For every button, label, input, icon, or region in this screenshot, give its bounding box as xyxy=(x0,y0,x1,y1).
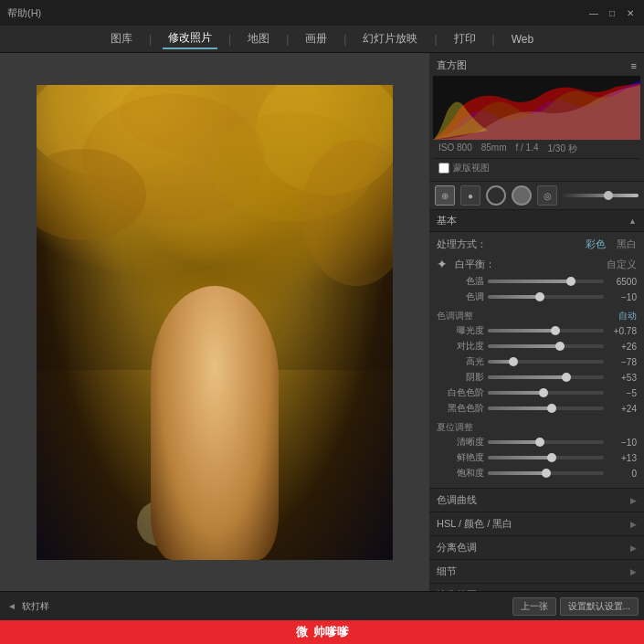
slider-thumb-exposure[interactable] xyxy=(551,326,560,335)
menu-develop[interactable]: 修改照片 xyxy=(163,28,217,49)
slider-label-tint: 色调 xyxy=(437,290,484,303)
tone-curve-section[interactable]: 色调曲线 ▶ xyxy=(429,489,644,512)
svg-point-11 xyxy=(180,339,249,416)
slider-track-whites[interactable] xyxy=(488,391,604,395)
prev-button[interactable]: 上一张 xyxy=(512,597,556,616)
slider-value-saturation: 0 xyxy=(607,469,637,479)
wb-preset[interactable]: 自定义 xyxy=(607,258,637,271)
slider-value-exposure: +0.78 xyxy=(607,326,637,336)
mask-row: 蒙版视图 xyxy=(433,159,640,177)
slider-track-blacks[interactable] xyxy=(488,406,604,410)
slider-thumb-tint[interactable] xyxy=(535,292,544,301)
radial-tool[interactable]: ◎ xyxy=(537,185,557,206)
detail-label: 细节 xyxy=(437,565,457,578)
settings-button[interactable]: 设置默认设置... xyxy=(560,597,639,616)
histogram-header: 直方图 ≡ xyxy=(433,57,640,74)
slider-thumb-highlights[interactable] xyxy=(509,357,518,366)
menu-bar: 图库 | 修改照片 | 地图 | 画册 | 幻灯片放映 | 打印 | Web xyxy=(0,26,644,53)
shutter-value: 1/30 秒 xyxy=(548,143,577,155)
process-bw[interactable]: 黑白 xyxy=(617,238,637,251)
crop-tool[interactable]: ⊕ xyxy=(435,185,455,206)
slider-track-exposure[interactable] xyxy=(488,329,604,333)
menu-library[interactable]: 图库 xyxy=(105,29,138,48)
hsl-section[interactable]: HSL / 颜色 / 黑白 ▶ xyxy=(429,512,644,536)
tools-row: ⊕ ● ◎ xyxy=(429,182,644,210)
slider-thumb-clarity[interactable] xyxy=(535,438,544,447)
basic-section-header[interactable]: 基本 ▲ xyxy=(429,210,644,232)
slider-thumb-vibrance[interactable] xyxy=(547,453,556,462)
redeye-tool[interactable] xyxy=(486,185,506,206)
weibo-username[interactable]: 帅嗲嗲 xyxy=(313,624,349,640)
slider-fill-temp xyxy=(488,280,571,283)
slider-row-temp: 色温 6500 xyxy=(437,275,637,288)
nav-left-arrow[interactable]: ◄ xyxy=(7,601,16,611)
menu-sep-4: | xyxy=(343,33,346,46)
main-bottom: ◄ 软打样 上一张 设置默认设置... xyxy=(0,591,644,620)
menu-map[interactable]: 地图 xyxy=(242,29,275,48)
tone-thumb[interactable] xyxy=(604,191,613,200)
weibo-bar: 微 帅嗲嗲 xyxy=(0,620,644,644)
slider-track-contrast[interactable] xyxy=(488,344,604,348)
process-label: 处理方式： xyxy=(437,238,487,251)
bottom-right-bar: 上一张 设置默认设置... xyxy=(429,591,644,620)
split-tone-label: 分离色调 xyxy=(437,541,477,554)
slider-value-clarity: −10 xyxy=(607,438,637,448)
slider-track-clarity[interactable] xyxy=(488,440,604,444)
slider-thumb-whites[interactable] xyxy=(539,388,548,397)
slider-value-whites: −5 xyxy=(607,388,637,398)
slider-track-highlights[interactable] xyxy=(488,360,604,364)
slider-track-vibrance[interactable] xyxy=(488,456,604,459)
close-button[interactable]: ✕ xyxy=(624,6,637,19)
wb-row: ✦ 白平衡： 自定义 xyxy=(437,257,637,271)
slider-track-tint[interactable] xyxy=(488,295,604,299)
svg-rect-7 xyxy=(37,85,393,370)
mask-label: 蒙版视图 xyxy=(453,162,490,174)
slider-row-exposure: 曝光度 +0.78 xyxy=(437,324,637,337)
detail-section[interactable]: 细节 ▶ xyxy=(429,560,644,584)
menu-sep-1: | xyxy=(149,33,152,46)
app-title: 帮助(H) xyxy=(7,6,41,20)
split-tone-section[interactable]: 分离色调 ▶ xyxy=(429,536,644,560)
menu-book[interactable]: 画册 xyxy=(300,29,333,48)
focal-value: 85mm xyxy=(481,143,507,155)
soft-proof-label: 软打样 xyxy=(22,600,49,613)
slider-thumb-shadows[interactable] xyxy=(562,373,571,382)
process-color[interactable]: 彩色 xyxy=(586,238,606,251)
photo-image xyxy=(37,85,393,560)
svg-rect-10 xyxy=(204,386,226,414)
menu-web[interactable]: Web xyxy=(506,31,539,48)
window-controls: — □ ✕ xyxy=(587,6,637,19)
svg-point-16 xyxy=(204,443,226,458)
adjustments-panel: 基本 ▲ 处理方式： 彩色 黑白 ✦ xyxy=(429,210,644,591)
slider-track-saturation[interactable] xyxy=(488,471,604,475)
menu-slideshow[interactable]: 幻灯片放映 xyxy=(357,29,423,48)
slider-row-tint: 色调 −10 xyxy=(437,290,637,303)
slider-thumb-contrast[interactable] xyxy=(555,342,565,351)
slider-label-vibrance: 鲜艳度 xyxy=(437,451,484,464)
mask-checkbox[interactable] xyxy=(438,163,449,174)
gradient-tool[interactable] xyxy=(512,185,532,206)
tone-strip xyxy=(563,194,639,197)
auto-button[interactable]: 自动 xyxy=(618,310,637,322)
slider-track-temp[interactable] xyxy=(488,280,604,283)
presence-label: 夏位调整 xyxy=(437,421,473,434)
slider-label-exposure: 曝光度 xyxy=(437,324,484,337)
wb-icon[interactable]: ✦ xyxy=(437,257,451,271)
minimize-button[interactable]: — xyxy=(587,6,600,19)
slider-track-shadows[interactable] xyxy=(488,375,604,379)
menu-print[interactable]: 打印 xyxy=(449,29,481,48)
lens-section[interactable]: 镜头校正 ▶ xyxy=(429,584,644,591)
slider-thumb-temp[interactable] xyxy=(566,277,575,286)
slider-value-highlights: −78 xyxy=(607,357,637,367)
slider-label-highlights: 高光 xyxy=(437,355,484,368)
slider-fill-vibrance xyxy=(488,456,552,459)
spot-tool[interactable]: ● xyxy=(460,185,480,206)
photo-container[interactable] xyxy=(37,85,393,560)
svg-point-17 xyxy=(137,501,183,546)
maximize-button[interactable]: □ xyxy=(606,6,618,19)
tone-subsection: 色调调整 自动 xyxy=(437,306,637,324)
slider-thumb-blacks[interactable] xyxy=(547,404,556,413)
camera-info: ISO 800 85mm f / 1.4 1/30 秒 xyxy=(433,140,640,159)
histogram-menu-icon[interactable]: ≡ xyxy=(631,60,637,71)
slider-thumb-saturation[interactable] xyxy=(542,469,551,478)
